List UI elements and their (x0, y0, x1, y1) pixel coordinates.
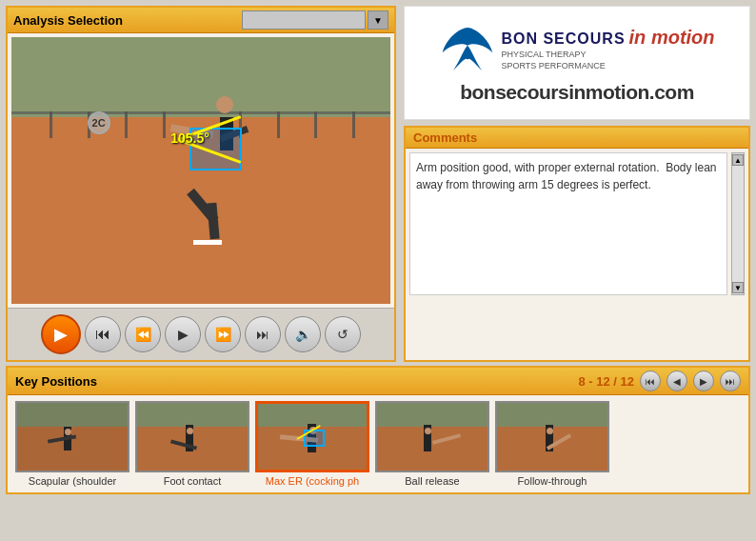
logo-area: BON SECOURS in motion PHYSICAL THERAPY S… (404, 6, 750, 120)
video-player: 2C (11, 37, 390, 304)
kp-next-button[interactable]: ▶ (693, 371, 714, 391)
volume-button[interactable]: 🔈 (285, 316, 321, 352)
play-button[interactable]: ▶ (41, 314, 81, 354)
comments-textarea[interactable] (409, 152, 727, 295)
thumb-frame-follow-through[interactable] (495, 401, 609, 472)
thumb-label-scapular: Scapular (shoulder (29, 475, 116, 487)
scroll-up-button[interactable]: ▲ (732, 154, 744, 166)
comments-panel: Comments ▲ ▼ (404, 126, 750, 362)
key-positions-title: Key Positions (15, 374, 97, 389)
comments-scrollbar[interactable]: ▲ ▼ (731, 152, 745, 295)
forward-button[interactable]: ▶ (165, 316, 201, 352)
scroll-down-button[interactable]: ▼ (732, 282, 744, 293)
brand-url: bonsecoursinmotion.com (460, 81, 694, 104)
analysis-title: Analysis Selection (13, 13, 123, 28)
thumb-foot-contact[interactable]: Foot contact (135, 401, 249, 487)
kp-prev-button[interactable]: ◀ (666, 371, 687, 391)
brand-logo-icon (439, 23, 496, 75)
thumb-label-max-er: Max ER (cocking ph (266, 475, 359, 487)
brand-name: BON SECOURS (501, 30, 625, 48)
thumb-label-follow-through: Follow-through (518, 475, 587, 487)
fast-forward-button[interactable]: ⏩ (205, 316, 241, 352)
left-panel: Analysis Selection ▼ (6, 6, 396, 362)
comments-header: Comments (406, 128, 748, 149)
kp-last-button[interactable]: ⏭ (720, 371, 741, 391)
key-positions-header: Key Positions 8 - 12 / 12 ⏮ ◀ ▶ ⏭ (8, 368, 748, 395)
thumb-label-foot: Foot contact (164, 475, 222, 487)
brand-subtitle-2: SPORTS PERFORMANCE (501, 61, 714, 70)
step-forward-button[interactable]: ⏭ (245, 316, 281, 352)
key-positions-panel: Key Positions 8 - 12 / 12 ⏮ ◀ ▶ ⏭ (6, 366, 750, 494)
brand-inmotion: in motion (629, 27, 715, 49)
thumb-follow-through[interactable]: Follow-through (495, 401, 609, 487)
rewind-button[interactable]: ⏪ (125, 316, 161, 352)
thumb-frame-foot[interactable] (135, 401, 249, 472)
key-positions-controls: 8 - 12 / 12 ⏮ ◀ ▶ ⏭ (578, 371, 741, 391)
analysis-dropdown-box[interactable] (242, 10, 366, 30)
brand-subtitle-1: PHYSICAL THERAPY (501, 49, 714, 61)
thumb-scapular[interactable]: Scapular (shoulder (15, 401, 129, 487)
kp-first-button[interactable]: ⏮ (640, 371, 661, 391)
dropdown-arrow-icon[interactable]: ▼ (368, 10, 388, 30)
player-head (216, 96, 233, 113)
angle-annotation: 105.5° (170, 130, 209, 146)
thumb-frame-max-er[interactable] (255, 401, 369, 472)
thumbnail-strip: Scapular (shoulder Foot contact (8, 395, 748, 492)
key-positions-counter: 8 - 12 / 12 (578, 374, 634, 389)
video-marker: 2C (88, 111, 110, 134)
analysis-header: Analysis Selection ▼ (8, 8, 394, 33)
thumb-ball-release[interactable]: Ball release (375, 401, 489, 487)
logo-brand: BON SECOURS in motion PHYSICAL THERAPY S… (439, 23, 714, 75)
thumb-frame-ball-release[interactable] (375, 401, 489, 472)
video-background: 2C (11, 37, 390, 304)
analysis-dropdown[interactable]: ▼ (242, 10, 388, 30)
video-controls: ▶ ⏮ ⏪ ▶ ⏩ ⏭ 🔈 ↺ (8, 308, 394, 360)
right-panel: BON SECOURS in motion PHYSICAL THERAPY S… (404, 6, 750, 362)
thumb-label-ball-release: Ball release (405, 475, 459, 487)
thumb-frame-scapular[interactable] (15, 401, 129, 472)
logo-text: BON SECOURS in motion PHYSICAL THERAPY S… (501, 27, 714, 70)
comments-body: ▲ ▼ (406, 149, 748, 299)
thumb-max-er[interactable]: Max ER (cocking ph (255, 401, 369, 487)
settings-button[interactable]: ↺ (325, 316, 361, 352)
step-back-button[interactable]: ⏮ (85, 316, 121, 352)
